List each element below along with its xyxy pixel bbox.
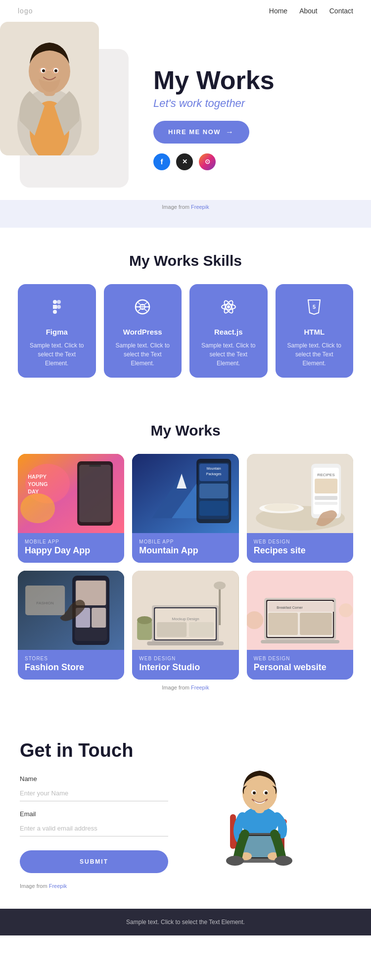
contact-image-credit: Image from Freepik bbox=[20, 883, 168, 889]
work-card-happy-day[interactable]: HAPPY YOUNG DAY MOBILE APP Happy Day App bbox=[18, 454, 124, 563]
figma-desc: Sample text. Click to select the Text El… bbox=[26, 341, 88, 368]
svg-rect-55 bbox=[315, 502, 337, 505]
html-label: HTML bbox=[304, 328, 325, 336]
svg-rect-12 bbox=[53, 300, 57, 304]
works-image-credit: Image from Freepik bbox=[18, 685, 353, 690]
email-input[interactable] bbox=[20, 821, 168, 836]
hire-me-button[interactable]: HIRE ME NOW → bbox=[153, 121, 249, 144]
svg-text:YOUNG: YOUNG bbox=[28, 481, 47, 487]
person-3d-illustration bbox=[210, 750, 309, 869]
work-card-fashion[interactable]: FASHION STORES Fashion Store bbox=[18, 571, 124, 680]
social-icons: f ✕ ⊙ bbox=[153, 153, 275, 170]
name-field-group: Name bbox=[20, 775, 168, 801]
mountain-overlay: MOBILE APP Mountain App bbox=[132, 533, 238, 563]
svg-rect-53 bbox=[315, 479, 337, 493]
svg-text:Mockup Design: Mockup Design bbox=[172, 617, 199, 621]
svg-point-107 bbox=[226, 856, 244, 866]
html-desc: Sample text. Click to select the Text El… bbox=[283, 341, 346, 368]
nav-links: Home About Contact bbox=[269, 7, 353, 15]
nav-contact[interactable]: Contact bbox=[329, 7, 353, 15]
work-card-interior[interactable]: Mockup Design WEB DESIGN Interior Studio bbox=[132, 571, 238, 680]
skill-card-wordpress: WordPress Sample text. Click to select t… bbox=[104, 284, 182, 378]
svg-point-23 bbox=[227, 305, 230, 308]
hero-subtitle: Let's work together bbox=[153, 97, 275, 110]
svg-rect-86 bbox=[300, 613, 332, 635]
html-icon: 5 bbox=[305, 298, 323, 320]
svg-point-106 bbox=[265, 791, 268, 794]
personal-overlay: WEB DESIGN Personal website bbox=[247, 650, 353, 680]
footer: Sample text. Click to select the Text El… bbox=[0, 909, 371, 935]
interior-overlay: WEB DESIGN Interior Studio bbox=[132, 650, 238, 680]
svg-rect-75 bbox=[219, 586, 221, 625]
personal-image: Breakfast Corner bbox=[247, 571, 353, 650]
skills-title: My Works Skills bbox=[18, 252, 353, 269]
recipes-image: RECIPES bbox=[247, 454, 353, 533]
svg-point-105 bbox=[253, 791, 256, 794]
works-title: My Works bbox=[18, 422, 353, 439]
skills-section: My Works Skills Figma Sample text. Click… bbox=[0, 228, 371, 397]
name-label: Name bbox=[20, 775, 168, 783]
nav-about[interactable]: About bbox=[299, 7, 318, 15]
fashion-image: FASHION bbox=[18, 571, 124, 650]
fashion-overlay: STORES Fashion Store bbox=[18, 650, 124, 680]
skill-card-figma: Figma Sample text. Click to select the T… bbox=[18, 284, 96, 378]
wordpress-desc: Sample text. Click to select the Text El… bbox=[112, 341, 174, 368]
contact-form-area: Get in Touch Name Email SUBMIT Image fro… bbox=[20, 740, 168, 889]
svg-text:5: 5 bbox=[313, 304, 316, 310]
contact-title: Get in Touch bbox=[20, 740, 168, 761]
nav-home[interactable]: Home bbox=[269, 7, 287, 15]
submit-button[interactable]: SUBMIT bbox=[20, 850, 168, 873]
svg-text:FASHION: FASHION bbox=[37, 601, 54, 605]
svg-point-7 bbox=[42, 69, 45, 72]
react-label: React.js bbox=[214, 328, 243, 336]
wordpress-icon bbox=[134, 298, 151, 320]
svg-rect-16 bbox=[53, 310, 57, 314]
svg-point-8 bbox=[54, 69, 57, 72]
svg-text:HAPPY: HAPPY bbox=[28, 474, 47, 480]
svg-rect-85 bbox=[268, 613, 298, 635]
hero-image-credit: Image from Freepik bbox=[0, 200, 371, 213]
svg-rect-65 bbox=[25, 586, 65, 615]
svg-point-76 bbox=[214, 582, 226, 589]
svg-rect-54 bbox=[315, 496, 337, 500]
svg-point-15 bbox=[57, 305, 61, 309]
work-card-personal[interactable]: Breakfast Corner WEB DESIGN Personal web… bbox=[247, 571, 353, 680]
svg-text:Breakfast Corner: Breakfast Corner bbox=[277, 606, 303, 609]
svg-rect-29 bbox=[79, 465, 111, 522]
svg-text:DAY: DAY bbox=[28, 489, 39, 494]
svg-text:Mountain: Mountain bbox=[207, 467, 221, 470]
happy-day-overlay: MOBILE APP Happy Day App bbox=[18, 533, 124, 563]
work-card-mountain[interactable]: Mountain Packages MOBILE APP Mountain Ap… bbox=[132, 454, 238, 563]
navbar: logo Home About Contact bbox=[0, 0, 371, 22]
work-card-recipes[interactable]: RECIPES WEB DESIGN Recipes site bbox=[247, 454, 353, 563]
works-section: My Works bbox=[0, 397, 371, 710]
facebook-icon[interactable]: f bbox=[153, 153, 170, 170]
contact-section: Get in Touch Name Email SUBMIT Image fro… bbox=[0, 710, 371, 909]
svg-point-89 bbox=[339, 603, 353, 617]
email-field-group: Email bbox=[20, 810, 168, 836]
footer-text: Sample text. Click to select the Text El… bbox=[126, 919, 245, 926]
svg-text:RECIPES: RECIPES bbox=[317, 473, 334, 477]
svg-text:Packages: Packages bbox=[206, 472, 222, 476]
instagram-icon[interactable]: ⊙ bbox=[199, 153, 216, 170]
svg-rect-72 bbox=[157, 622, 186, 637]
hero-image bbox=[20, 49, 129, 188]
skill-card-react: React.js Sample text. Click to select th… bbox=[189, 284, 268, 378]
twitter-x-icon[interactable]: ✕ bbox=[176, 153, 193, 170]
nav-logo: logo bbox=[18, 7, 33, 15]
svg-rect-74 bbox=[147, 641, 224, 645]
skills-grid: Figma Sample text. Click to select the T… bbox=[18, 284, 353, 378]
works-grid: HAPPY YOUNG DAY MOBILE APP Happy Day App bbox=[18, 454, 353, 680]
hero-section: My Works Let's work together HIRE ME NOW… bbox=[0, 22, 371, 200]
react-icon bbox=[220, 298, 237, 320]
arrow-icon: → bbox=[226, 128, 234, 137]
svg-rect-13 bbox=[57, 300, 61, 304]
wordpress-label: WordPress bbox=[123, 328, 162, 336]
svg-point-102 bbox=[242, 776, 277, 811]
hero-person-svg bbox=[20, 49, 99, 155]
name-input[interactable] bbox=[20, 785, 168, 801]
figma-label: Figma bbox=[46, 328, 68, 336]
skill-card-html: 5 HTML Sample text. Click to select the … bbox=[276, 284, 354, 378]
react-desc: Sample text. Click to select the Text El… bbox=[197, 341, 260, 368]
svg-point-57 bbox=[264, 503, 299, 511]
